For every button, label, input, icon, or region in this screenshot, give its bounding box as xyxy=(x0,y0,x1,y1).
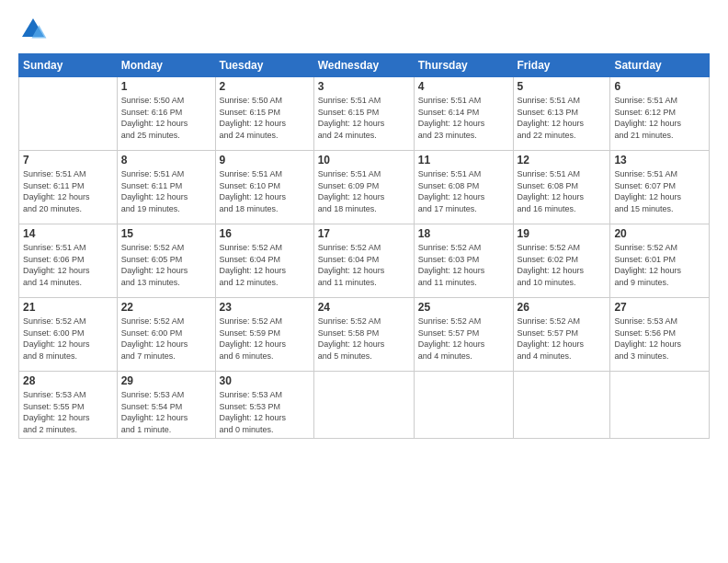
calendar-week-1: 1Sunrise: 5:50 AM Sunset: 6:16 PM Daylig… xyxy=(19,77,710,151)
calendar-cell: 4Sunrise: 5:51 AM Sunset: 6:14 PM Daylig… xyxy=(414,77,513,151)
day-number: 27 xyxy=(614,301,705,314)
weekday-saturday: Saturday xyxy=(610,54,710,77)
day-info: Sunrise: 5:52 AM Sunset: 6:04 PM Dayligh… xyxy=(318,242,410,288)
day-info: Sunrise: 5:53 AM Sunset: 5:56 PM Dayligh… xyxy=(614,316,705,362)
calendar-cell: 18Sunrise: 5:52 AM Sunset: 6:03 PM Dayli… xyxy=(414,224,513,298)
calendar-page: SundayMondayTuesdayWednesdayThursdayFrid… xyxy=(0,0,728,563)
day-number: 16 xyxy=(220,227,310,240)
day-info: Sunrise: 5:52 AM Sunset: 6:02 PM Dayligh… xyxy=(518,242,607,288)
day-info: Sunrise: 5:52 AM Sunset: 6:01 PM Dayligh… xyxy=(614,242,705,288)
calendar-cell: 16Sunrise: 5:52 AM Sunset: 6:04 PM Dayli… xyxy=(215,224,313,298)
calendar-cell: 13Sunrise: 5:51 AM Sunset: 6:07 PM Dayli… xyxy=(610,151,710,224)
calendar-cell xyxy=(313,372,414,439)
calendar-table: SundayMondayTuesdayWednesdayThursdayFrid… xyxy=(18,53,710,439)
calendar-cell: 8Sunrise: 5:51 AM Sunset: 6:11 PM Daylig… xyxy=(117,151,215,224)
calendar-cell: 1Sunrise: 5:50 AM Sunset: 6:16 PM Daylig… xyxy=(117,77,215,151)
day-info: Sunrise: 5:51 AM Sunset: 6:08 PM Dayligh… xyxy=(418,168,509,214)
day-info: Sunrise: 5:52 AM Sunset: 6:00 PM Dayligh… xyxy=(121,316,211,362)
calendar-cell xyxy=(513,372,610,439)
day-number: 6 xyxy=(614,80,705,93)
day-info: Sunrise: 5:53 AM Sunset: 5:53 PM Dayligh… xyxy=(220,389,310,435)
calendar-cell: 9Sunrise: 5:51 AM Sunset: 6:10 PM Daylig… xyxy=(215,151,313,224)
day-info: Sunrise: 5:52 AM Sunset: 5:58 PM Dayligh… xyxy=(318,316,410,362)
day-number: 30 xyxy=(220,374,310,387)
calendar-cell xyxy=(19,77,118,151)
calendar-cell: 15Sunrise: 5:52 AM Sunset: 6:05 PM Dayli… xyxy=(117,224,215,298)
day-info: Sunrise: 5:51 AM Sunset: 6:13 PM Dayligh… xyxy=(518,95,607,141)
day-number: 29 xyxy=(121,374,211,387)
weekday-friday: Friday xyxy=(513,54,610,77)
day-info: Sunrise: 5:52 AM Sunset: 5:57 PM Dayligh… xyxy=(518,316,607,362)
day-info: Sunrise: 5:51 AM Sunset: 6:09 PM Dayligh… xyxy=(318,168,410,214)
weekday-monday: Monday xyxy=(117,54,215,77)
day-number: 1 xyxy=(121,80,211,93)
calendar-cell: 24Sunrise: 5:52 AM Sunset: 5:58 PM Dayli… xyxy=(313,298,414,372)
day-number: 4 xyxy=(418,80,509,93)
day-number: 2 xyxy=(220,80,310,93)
calendar-cell: 17Sunrise: 5:52 AM Sunset: 6:04 PM Dayli… xyxy=(313,224,414,298)
calendar-cell: 28Sunrise: 5:53 AM Sunset: 5:55 PM Dayli… xyxy=(19,372,118,439)
day-info: Sunrise: 5:51 AM Sunset: 6:11 PM Dayligh… xyxy=(23,168,113,214)
day-number: 12 xyxy=(518,154,607,167)
day-number: 23 xyxy=(220,301,310,314)
day-info: Sunrise: 5:51 AM Sunset: 6:07 PM Dayligh… xyxy=(614,168,705,214)
day-number: 22 xyxy=(121,301,211,314)
day-info: Sunrise: 5:52 AM Sunset: 5:59 PM Dayligh… xyxy=(220,316,310,362)
calendar-cell: 23Sunrise: 5:52 AM Sunset: 5:59 PM Dayli… xyxy=(215,298,313,372)
day-number: 7 xyxy=(23,154,113,167)
weekday-thursday: Thursday xyxy=(414,54,513,77)
day-number: 3 xyxy=(318,80,410,93)
day-number: 25 xyxy=(418,301,509,314)
day-info: Sunrise: 5:53 AM Sunset: 5:55 PM Dayligh… xyxy=(23,389,113,435)
day-info: Sunrise: 5:50 AM Sunset: 6:16 PM Dayligh… xyxy=(121,95,211,141)
day-number: 18 xyxy=(418,227,509,240)
weekday-sunday: Sunday xyxy=(19,54,118,77)
calendar-cell: 20Sunrise: 5:52 AM Sunset: 6:01 PM Dayli… xyxy=(610,224,710,298)
day-number: 14 xyxy=(23,227,113,240)
day-number: 5 xyxy=(518,80,607,93)
day-number: 10 xyxy=(318,154,410,167)
logo xyxy=(18,15,51,44)
weekday-wednesday: Wednesday xyxy=(313,54,414,77)
calendar-cell xyxy=(610,372,710,439)
day-number: 15 xyxy=(121,227,211,240)
calendar-cell: 3Sunrise: 5:51 AM Sunset: 6:15 PM Daylig… xyxy=(313,77,414,151)
day-info: Sunrise: 5:52 AM Sunset: 6:05 PM Dayligh… xyxy=(121,242,211,288)
calendar-cell: 11Sunrise: 5:51 AM Sunset: 6:08 PM Dayli… xyxy=(414,151,513,224)
day-info: Sunrise: 5:50 AM Sunset: 6:15 PM Dayligh… xyxy=(220,95,310,141)
calendar-cell: 10Sunrise: 5:51 AM Sunset: 6:09 PM Dayli… xyxy=(313,151,414,224)
weekday-tuesday: Tuesday xyxy=(215,54,313,77)
calendar-cell: 25Sunrise: 5:52 AM Sunset: 5:57 PM Dayli… xyxy=(414,298,513,372)
day-number: 17 xyxy=(318,227,410,240)
calendar-cell: 7Sunrise: 5:51 AM Sunset: 6:11 PM Daylig… xyxy=(19,151,118,224)
calendar-cell: 14Sunrise: 5:51 AM Sunset: 6:06 PM Dayli… xyxy=(19,224,118,298)
day-info: Sunrise: 5:53 AM Sunset: 5:54 PM Dayligh… xyxy=(121,389,211,435)
calendar-cell: 5Sunrise: 5:51 AM Sunset: 6:13 PM Daylig… xyxy=(513,77,610,151)
calendar-cell: 27Sunrise: 5:53 AM Sunset: 5:56 PM Dayli… xyxy=(610,298,710,372)
day-info: Sunrise: 5:51 AM Sunset: 6:08 PM Dayligh… xyxy=(518,168,607,214)
day-info: Sunrise: 5:51 AM Sunset: 6:14 PM Dayligh… xyxy=(418,95,509,141)
calendar-cell xyxy=(414,372,513,439)
day-number: 24 xyxy=(318,301,410,314)
day-number: 21 xyxy=(23,301,113,314)
calendar-week-5: 28Sunrise: 5:53 AM Sunset: 5:55 PM Dayli… xyxy=(19,372,710,439)
day-info: Sunrise: 5:51 AM Sunset: 6:11 PM Dayligh… xyxy=(121,168,211,214)
calendar-cell: 26Sunrise: 5:52 AM Sunset: 5:57 PM Dayli… xyxy=(513,298,610,372)
day-number: 11 xyxy=(418,154,509,167)
page-header xyxy=(18,15,710,44)
day-number: 13 xyxy=(614,154,705,167)
day-number: 8 xyxy=(121,154,211,167)
calendar-cell: 21Sunrise: 5:52 AM Sunset: 6:00 PM Dayli… xyxy=(19,298,118,372)
calendar-week-2: 7Sunrise: 5:51 AM Sunset: 6:11 PM Daylig… xyxy=(19,151,710,224)
day-number: 20 xyxy=(614,227,705,240)
day-number: 9 xyxy=(220,154,310,167)
calendar-cell: 12Sunrise: 5:51 AM Sunset: 6:08 PM Dayli… xyxy=(513,151,610,224)
calendar-week-4: 21Sunrise: 5:52 AM Sunset: 6:00 PM Dayli… xyxy=(19,298,710,372)
day-info: Sunrise: 5:52 AM Sunset: 5:57 PM Dayligh… xyxy=(418,316,509,362)
day-info: Sunrise: 5:51 AM Sunset: 6:10 PM Dayligh… xyxy=(220,168,310,214)
day-info: Sunrise: 5:51 AM Sunset: 6:12 PM Dayligh… xyxy=(614,95,705,141)
day-info: Sunrise: 5:52 AM Sunset: 6:04 PM Dayligh… xyxy=(220,242,310,288)
day-info: Sunrise: 5:51 AM Sunset: 6:06 PM Dayligh… xyxy=(23,242,113,288)
calendar-cell: 29Sunrise: 5:53 AM Sunset: 5:54 PM Dayli… xyxy=(117,372,215,439)
logo-icon xyxy=(18,15,48,44)
